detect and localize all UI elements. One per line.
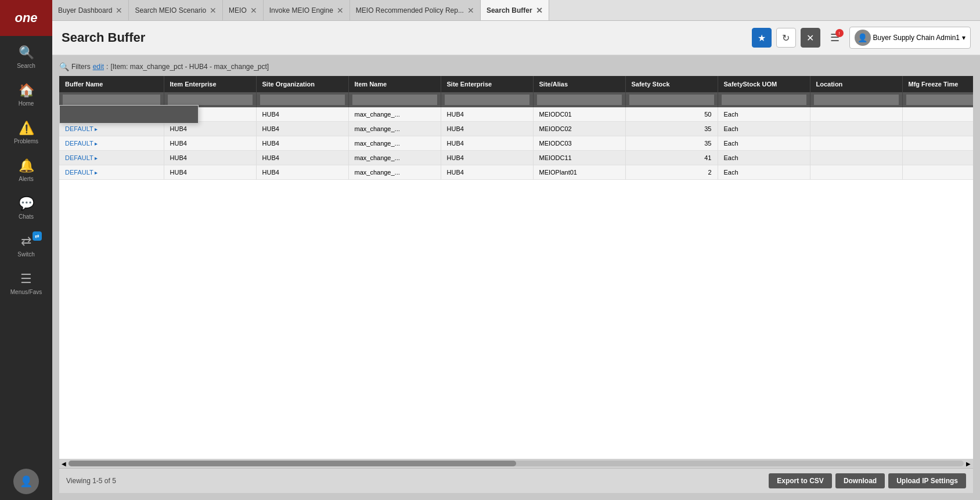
filter-cell-site-alias[interactable]	[533, 92, 625, 107]
col-location[interactable]: Location	[810, 76, 902, 92]
filter-input-mfg-freeze[interactable]	[906, 95, 974, 105]
table-cell: HUB4	[441, 136, 533, 151]
filter-cell-safety-stock[interactable]	[625, 92, 718, 107]
close-button[interactable]: ✕	[801, 28, 820, 48]
favorite-button[interactable]: ★	[752, 28, 772, 48]
user-avatar-header: 👤	[855, 30, 871, 46]
buffer-name-link[interactable]: DEFAULT▸	[65, 169, 158, 176]
table-cell[interactable]: DEFAULT▸	[59, 151, 164, 165]
table-cell: 35	[625, 122, 718, 136]
filter-cell-mfg-freeze[interactable]	[902, 92, 973, 107]
col-buffer-name[interactable]: Buffer Name	[59, 76, 164, 92]
home-icon: 🏠	[19, 83, 34, 98]
tab-close-icon[interactable]: ✕	[337, 6, 344, 15]
table-cell	[810, 107, 902, 122]
tab-invoke-meio[interactable]: Invoke MEIO Engine ✕	[264, 0, 350, 20]
buffer-name-link[interactable]: DEFAULT▸	[65, 140, 158, 147]
buffer-name-link[interactable]: DEFAULT▸	[65, 154, 158, 161]
tab-close-icon[interactable]: ✕	[250, 6, 257, 15]
tab-close-icon[interactable]: ✕	[210, 6, 217, 15]
filter-input-location[interactable]	[814, 95, 899, 105]
sidebar-item-problems[interactable]: ⚠️ Problems	[0, 114, 52, 151]
table-cell: Each	[718, 165, 810, 180]
table-scroll[interactable]: Buffer Name Item Enterprise Site Organiz…	[59, 76, 973, 459]
filter-icon: 🔍	[59, 62, 69, 71]
page-header: Search Buffer ★ ↻ ✕ ☰ ! 👤 Buyer Supply C…	[52, 21, 980, 55]
scrollbar-thumb[interactable]	[69, 461, 516, 466]
filter-cell-site-enterprise[interactable]	[441, 92, 533, 107]
chat-icon: 💬	[19, 196, 34, 211]
tab-meio[interactable]: MEIO ✕	[223, 0, 264, 20]
tab-search-buffer[interactable]: Search Buffer ✕	[481, 0, 549, 20]
filter-edit-link[interactable]: edit	[93, 63, 104, 71]
sidebar-item-alerts[interactable]: 🔔 Alerts	[0, 151, 52, 189]
viewing-info: Viewing 1-5 of 5	[66, 477, 116, 485]
filter-input-item-name[interactable]	[352, 95, 437, 105]
table-cell[interactable]: DEFAULT▸	[59, 165, 164, 180]
tab-meio-report[interactable]: MEIO Recommended Policy Rep... ✕	[350, 0, 481, 20]
tab-close-icon[interactable]: ✕	[467, 6, 474, 15]
col-item-name[interactable]: Item Name	[348, 76, 441, 92]
filter-input-site-org[interactable]	[260, 95, 345, 105]
upload-ip-settings-button[interactable]: Upload IP Settings	[888, 473, 966, 488]
col-site-enterprise[interactable]: Site Enterprise	[441, 76, 533, 92]
table-cell: Each	[718, 122, 810, 136]
warning-icon: ⚠️	[19, 121, 34, 136]
filter-input-item-enterprise[interactable]	[168, 95, 253, 105]
app-logo[interactable]: one	[0, 0, 52, 36]
filter-cell-location[interactable]	[810, 92, 902, 107]
notification-button[interactable]: ☰ !	[825, 28, 845, 48]
sidebar-item-menus[interactable]: ☰ Menus/Favs	[0, 265, 52, 302]
table-cell[interactable]: DEFAULT▸	[59, 122, 164, 136]
table-row: DEFAULT▸HUB4HUB4max_change_...HUB4MEIOPl…	[59, 165, 973, 180]
table-cell: MEIOPlant01	[533, 165, 625, 180]
user-avatar-sidebar[interactable]: 👤	[13, 469, 39, 494]
chevron-down-icon: ▾	[962, 34, 965, 42]
col-safety-uom[interactable]: SafetyStock UOM	[718, 76, 810, 92]
caret-icon: ▸	[95, 169, 98, 176]
table-cell: 50	[625, 107, 718, 122]
sidebar-item-search[interactable]: 🔍 Search	[0, 38, 52, 76]
filter-input-site-enterprise[interactable]	[445, 95, 529, 105]
sidebar-item-home[interactable]: 🏠 Home	[0, 76, 52, 114]
scroll-left-arrow[interactable]: ◀	[62, 461, 66, 467]
filter-input-site-alias[interactable]	[537, 95, 622, 105]
menu-icon: ☰	[20, 271, 32, 287]
download-button[interactable]: Download	[835, 473, 885, 488]
data-table: Buffer Name Item Enterprise Site Organiz…	[59, 76, 973, 180]
tab-bar: Buyer Dashboard ✕ Search MEIO Scenario ✕…	[52, 0, 980, 21]
filter-cell-item-name[interactable]	[348, 92, 441, 107]
sidebar-item-switch[interactable]: ⇄ ⇄ Switch	[0, 227, 52, 265]
filter-input-safety-stock[interactable]	[629, 95, 714, 105]
buffer-name-link[interactable]: DEFAULT▸	[65, 125, 158, 132]
tab-buyer-dashboard[interactable]: Buyer Dashboard ✕	[52, 0, 129, 20]
footer-buttons: Export to CSV Download Upload IP Setting…	[769, 473, 966, 488]
filter-cell-site-org[interactable]	[256, 92, 348, 107]
filter-input-buffer-name[interactable]	[63, 95, 160, 105]
filter-input-safety-uom[interactable]	[722, 95, 806, 105]
scrollbar-track[interactable]	[69, 461, 964, 466]
col-safety-stock[interactable]: Safety Stock	[625, 76, 718, 92]
sidebar-item-label: Search	[17, 63, 35, 69]
col-site-org[interactable]: Site Organization	[256, 76, 348, 92]
sidebar: one 🔍 Search 🏠 Home ⚠️ Problems 🔔 Alerts…	[0, 0, 52, 500]
filter-cell-safety-uom[interactable]	[718, 92, 810, 107]
col-site-alias[interactable]: Site/Alias	[533, 76, 625, 92]
tab-close-icon[interactable]: ✕	[116, 6, 123, 15]
main-area: Buyer Dashboard ✕ Search MEIO Scenario ✕…	[52, 0, 980, 500]
horizontal-scrollbar[interactable]: ◀ ▶	[59, 459, 973, 468]
refresh-button[interactable]: ↻	[776, 28, 796, 48]
table-cell: HUB4	[164, 136, 256, 151]
col-mfg-freeze[interactable]: Mfg Freeze Time	[902, 76, 973, 92]
scroll-right-arrow[interactable]: ▶	[966, 461, 971, 467]
dropdown-overlay	[59, 105, 199, 124]
user-selector[interactable]: 👤 Buyer Supply Chain Admin1 ▾	[849, 27, 971, 49]
table-cell	[902, 107, 973, 122]
export-csv-button[interactable]: Export to CSV	[769, 473, 832, 488]
sidebar-item-chats[interactable]: 💬 Chats	[0, 189, 52, 227]
col-item-enterprise[interactable]: Item Enterprise	[164, 76, 256, 92]
table-cell: HUB4	[256, 136, 348, 151]
tab-search-meio[interactable]: Search MEIO Scenario ✕	[129, 0, 223, 20]
table-cell[interactable]: DEFAULT▸	[59, 136, 164, 151]
tab-close-icon[interactable]: ✕	[536, 6, 543, 15]
